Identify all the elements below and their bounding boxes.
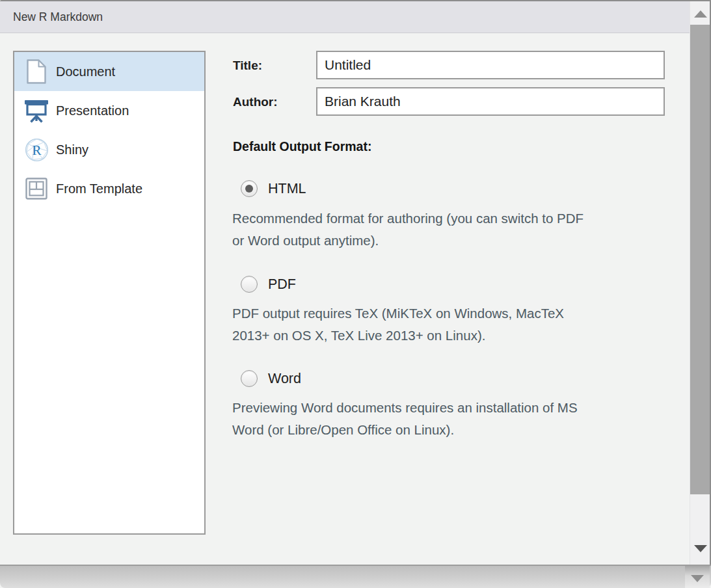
shiny-icon: R <box>22 138 51 162</box>
sidebar-item-from-template[interactable]: From Template <box>14 169 204 208</box>
scrollbar-up-button[interactable] <box>690 1 710 25</box>
background-scrollbar-down-button[interactable] <box>685 566 710 588</box>
radio-pdf[interactable] <box>241 276 258 293</box>
format-html-description: Recommended format for authoring (you ca… <box>232 207 584 252</box>
radio-word[interactable] <box>241 370 258 387</box>
svg-text:R: R <box>32 142 41 158</box>
document-icon <box>22 59 51 84</box>
format-option-pdf: PDF <box>241 275 296 293</box>
format-option-word: Word <box>241 369 301 388</box>
background-shadow-strip <box>0 566 711 588</box>
radio-html[interactable] <box>241 180 258 197</box>
new-r-markdown-dialog: New R Markdown Document <box>0 0 711 588</box>
sidebar-item-shiny[interactable]: R Shiny <box>14 130 204 169</box>
sidebar-item-label: Presentation <box>56 103 129 118</box>
radio-pdf-label[interactable]: PDF <box>268 276 296 293</box>
vertical-scrollbar[interactable] <box>690 1 710 565</box>
sidebar-item-label: From Template <box>56 181 142 196</box>
radio-word-label[interactable]: Word <box>268 371 301 387</box>
output-format-heading: Default Output Format: <box>233 139 371 154</box>
format-pdf-description: PDF output requires TeX (MiKTeX on Windo… <box>232 302 564 347</box>
template-list: Document Presentation <box>13 51 206 535</box>
triangle-down-icon <box>694 545 707 552</box>
sidebar-item-label: Shiny <box>56 142 88 157</box>
author-input[interactable] <box>316 87 665 116</box>
dialog-title: New R Markdown <box>0 1 690 33</box>
title-input[interactable] <box>316 51 665 79</box>
template-icon <box>22 178 51 200</box>
scrollbar-down-button[interactable] <box>690 537 710 558</box>
title-label: Title: <box>233 59 262 73</box>
sidebar-item-document[interactable]: Document <box>14 52 204 91</box>
format-option-html: HTML <box>241 180 306 198</box>
presentation-icon <box>22 99 51 123</box>
triangle-up-icon <box>694 10 707 18</box>
dialog-titlebar: New R Markdown <box>0 1 690 33</box>
scrollbar-thumb[interactable] <box>690 25 710 494</box>
format-word-description: Previewing Word documents requires an in… <box>232 397 578 441</box>
radio-html-label[interactable]: HTML <box>268 181 306 197</box>
sidebar-item-presentation[interactable]: Presentation <box>14 91 204 130</box>
triangle-down-icon <box>691 575 704 582</box>
author-label: Author: <box>233 95 278 109</box>
sidebar-item-label: Document <box>56 64 115 79</box>
